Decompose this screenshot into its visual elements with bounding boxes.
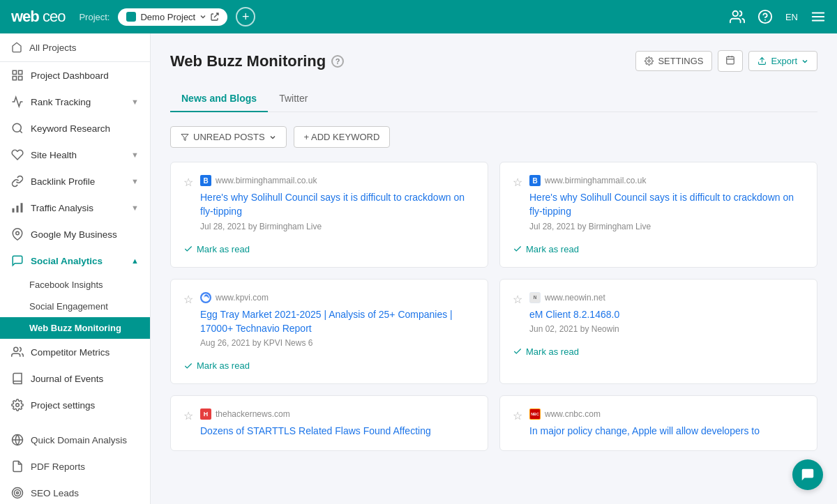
- article-header: ☆ B www.birminghammail.co.uk Here's why …: [513, 175, 804, 231]
- menu-icon[interactable]: [810, 9, 826, 24]
- star-icon[interactable]: ☆: [183, 293, 193, 306]
- chart-line-icon: [11, 96, 24, 108]
- topnav-right: EN: [730, 9, 826, 24]
- sidebar-item-social-analytics[interactable]: Social Analytics ▲: [0, 247, 150, 274]
- mark-as-read-button[interactable]: Mark as read: [513, 244, 804, 254]
- message-icon: [800, 467, 815, 482]
- star-icon[interactable]: ☆: [513, 176, 522, 189]
- project-name: Demo Project: [140, 12, 195, 22]
- star-icon[interactable]: ☆: [513, 293, 522, 306]
- sidebar-subitem-web-buzz-monitoring[interactable]: Web Buzz Monitoring: [0, 317, 150, 339]
- article-card: ☆ www.kpvi.com Egg Tray Market 2021-2025…: [170, 279, 488, 385]
- language-selector[interactable]: EN: [785, 12, 798, 22]
- calendar-button[interactable]: [718, 50, 743, 72]
- project-selector[interactable]: Demo Project: [118, 8, 227, 26]
- article-source: NBC www.cnbc.com: [529, 408, 760, 420]
- social-analytics-label: Social Analytics: [31, 256, 103, 266]
- settings-icon: [11, 399, 24, 411]
- article-title[interactable]: Dozens of STARTTLS Related Flaws Found A…: [200, 424, 431, 438]
- settings-button[interactable]: SETTINGS: [635, 51, 712, 71]
- main-content: Web Buzz Monitoring ? SETTINGS Export: [151, 33, 837, 504]
- bar-chart-icon: [11, 201, 24, 214]
- sidebar-item-rank-tracking[interactable]: Rank Tracking ▼: [0, 89, 150, 115]
- svg-rect-8: [13, 208, 15, 213]
- project-dashboard-label: Project Dashboard: [31, 70, 109, 81]
- article-title[interactable]: In major policy change, Apple will allow…: [529, 424, 760, 438]
- article-source: B www.birminghammail.co.uk: [529, 175, 804, 186]
- sidebar-item-project-settings[interactable]: Project settings: [0, 392, 150, 418]
- svg-rect-3: [13, 77, 16, 80]
- svg-point-10: [16, 404, 20, 407]
- filter-label: UNREAD POSTS: [193, 132, 265, 142]
- sidebar-item-journal-of-events[interactable]: Journal of Events: [0, 365, 150, 392]
- source-domain: www.cnbc.com: [545, 409, 601, 419]
- unread-posts-filter[interactable]: UNREAD POSTS: [170, 126, 287, 148]
- sidebar-item-project-dashboard[interactable]: Project Dashboard: [0, 62, 150, 89]
- rank-tracking-label: Rank Tracking: [31, 97, 91, 107]
- source-domain: thehackernews.com: [216, 409, 290, 419]
- help-icon[interactable]: [757, 9, 773, 24]
- globe-icon: [11, 434, 24, 446]
- sidebar-subitem-social-engagement[interactable]: Social Engagement: [0, 296, 150, 317]
- chevron-down-icon: [269, 134, 276, 141]
- article-title[interactable]: eM Client 8.2.1468.0: [529, 307, 619, 321]
- svg-marker-17: [181, 134, 188, 140]
- svg-rect-16: [727, 56, 734, 64]
- add-project-button[interactable]: +: [236, 7, 255, 26]
- article-card: ☆ B www.birminghammail.co.uk Here's why …: [170, 162, 488, 268]
- settings-label: SETTINGS: [658, 56, 703, 66]
- sidebar-item-traffic-analysis[interactable]: Traffic Analysis ▼: [0, 194, 150, 221]
- calendar-icon: [725, 55, 735, 65]
- chevron-icon: ▼: [131, 98, 139, 106]
- seo-leads-label: SEO Leads: [31, 488, 79, 498]
- sidebar-item-google-my-business[interactable]: Google My Business: [0, 221, 150, 247]
- chat-button[interactable]: [792, 459, 823, 490]
- book-icon: [11, 372, 24, 385]
- article-card: ☆ H thehackernews.com Dozens of STARTTLS…: [170, 395, 488, 451]
- source-favicon: H: [200, 408, 211, 420]
- article-header: ☆ www.kpvi.com Egg Tray Market 2021-2025…: [183, 292, 475, 349]
- check-icon: [513, 244, 522, 254]
- users-icon[interactable]: [730, 9, 745, 24]
- star-icon[interactable]: ☆: [183, 176, 193, 189]
- help-circle-icon[interactable]: ?: [331, 55, 344, 68]
- star-icon[interactable]: ☆: [513, 409, 522, 422]
- tab-twitter[interactable]: Twitter: [268, 86, 319, 112]
- svg-rect-2: [19, 70, 22, 74]
- article-title[interactable]: Here's why Solihull Council says it is d…: [529, 190, 804, 219]
- mark-as-read-button[interactable]: Mark as read: [183, 244, 475, 254]
- gear-icon: [644, 56, 654, 66]
- sidebar-item-all-projects[interactable]: All Projects: [0, 33, 150, 62]
- svg-text:NBC: NBC: [531, 413, 539, 417]
- star-icon[interactable]: ☆: [183, 409, 193, 422]
- grid-icon: [11, 69, 24, 82]
- tab-news-blogs[interactable]: News and Blogs: [170, 86, 268, 112]
- chevron-up-icon: ▲: [131, 257, 139, 265]
- source-favicon: B: [529, 175, 541, 186]
- source-favicon: N: [529, 292, 541, 303]
- article-title[interactable]: Here's why Solihull Council says it is d…: [200, 190, 475, 219]
- file-icon: [11, 460, 24, 473]
- keyword-research-label: Keyword Research: [31, 123, 110, 134]
- add-keyword-button[interactable]: + ADD KEYWORD: [294, 126, 391, 148]
- sidebar-item-pdf-reports[interactable]: PDF Reports: [0, 453, 150, 480]
- svg-point-9: [16, 231, 20, 235]
- sidebar-item-competitor-metrics[interactable]: Competitor Metrics: [0, 339, 150, 365]
- source-favicon: NBC: [529, 408, 541, 420]
- sidebar-item-seo-leads[interactable]: SEO Leads: [0, 480, 150, 504]
- article-meta: Aug 26, 2021 by KPVI News 6: [200, 338, 475, 348]
- article-title[interactable]: Egg Tray Market 2021-2025 | Analysis of …: [200, 307, 475, 336]
- sidebar-item-keyword-research[interactable]: Keyword Research: [0, 115, 150, 142]
- source-domain: www.birminghammail.co.uk: [216, 176, 317, 185]
- check-icon: [513, 346, 522, 356]
- mark-as-read-button[interactable]: Mark as read: [183, 360, 475, 371]
- search-icon: [11, 122, 24, 135]
- mark-as-read-button[interactable]: Mark as read: [513, 346, 804, 357]
- source-domain: www.kpvi.com: [216, 293, 269, 303]
- svg-point-14: [17, 492, 19, 494]
- sidebar-subitem-facebook-insights[interactable]: Facebook Insights: [0, 274, 150, 296]
- export-button[interactable]: Export: [748, 51, 817, 71]
- sidebar-item-site-health[interactable]: Site Health ▼: [0, 142, 150, 168]
- sidebar-item-backlink-profile[interactable]: Backlink Profile ▼: [0, 168, 150, 194]
- sidebar-item-quick-domain-analysis[interactable]: Quick Domain Analysis: [0, 427, 150, 453]
